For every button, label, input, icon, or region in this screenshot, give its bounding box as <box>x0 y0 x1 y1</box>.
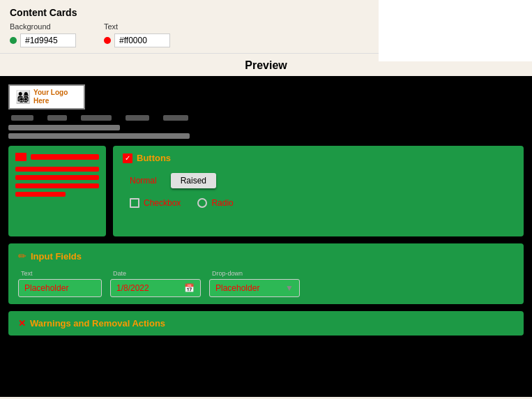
text-input[interactable] <box>114 33 170 47</box>
input-fields-card: ✏ Input Fields Text Placeholder Date 1/8… <box>8 243 524 304</box>
warnings-title: Warnings and Removal Actions <box>30 318 165 329</box>
radio-label: Radio <box>211 198 233 208</box>
checkbox-checked-icon: ✓ <box>123 153 132 163</box>
dropdown-input-group: Drop-down Placeholder ▼ <box>209 270 300 297</box>
nav-bar <box>8 115 524 121</box>
checkbox-item: Checkbox <box>130 198 181 208</box>
top-section: Content Cards Background Text <box>0 0 532 54</box>
card-left-icon <box>15 153 26 161</box>
text-placeholder: Placeholder <box>24 283 68 293</box>
logo-bar: 👨‍👩‍👧‍👦 Your Logo Here <box>8 84 524 110</box>
buttons-card: ✓ Buttons Normal Raised Checkbox Radio <box>113 146 524 236</box>
background-label: Background <box>10 22 76 31</box>
input-fields-row: Text Placeholder Date 1/8/2022 📅 Drop-do… <box>18 270 514 297</box>
nav-item-4[interactable] <box>126 115 149 121</box>
card-title-row <box>15 153 99 161</box>
text-input-group: Text Placeholder <box>18 270 102 297</box>
checkbox-box[interactable] <box>130 198 139 208</box>
checkbox-radio-row: Checkbox Radio <box>123 198 514 208</box>
text-value-row <box>104 33 170 47</box>
nav-item-5[interactable] <box>163 115 188 121</box>
logo-line2: Here <box>33 97 49 105</box>
card-title-bar <box>31 154 99 160</box>
date-field[interactable]: 1/8/2022 📅 <box>110 279 201 297</box>
nav-item-1[interactable] <box>11 115 33 121</box>
calendar-icon: 📅 <box>184 283 195 293</box>
nav-item-3[interactable] <box>81 115 112 121</box>
radio-circle[interactable] <box>197 198 207 208</box>
search-bar-1 <box>8 125 120 130</box>
dropdown-label: Drop-down <box>212 270 300 277</box>
logo-text: Your Logo Here <box>33 89 68 105</box>
radio-item: Radio <box>197 198 233 208</box>
content-card-left <box>8 146 106 236</box>
logo-placeholder: 👨‍👩‍👧‍👦 Your Logo Here <box>8 84 85 110</box>
background-color-item: Background <box>10 22 76 47</box>
dropdown-arrow-icon: ▼ <box>285 283 294 293</box>
card-line-1 <box>15 167 99 172</box>
background-value-row <box>10 33 76 47</box>
buttons-card-title: Buttons <box>137 153 171 163</box>
pencil-icon: ✏ <box>18 250 26 262</box>
dropdown-placeholder: Placeholder <box>215 283 259 293</box>
input-fields-header: ✏ Input Fields <box>18 250 514 262</box>
dropdown-field[interactable]: Placeholder ▼ <box>209 279 300 297</box>
buttons-card-header: ✓ Buttons <box>123 153 514 163</box>
checkbox-label: Checkbox <box>144 198 181 208</box>
date-field-label: Date <box>113 270 201 277</box>
cards-row: ✓ Buttons Normal Raised Checkbox Radio <box>8 146 524 236</box>
date-value: 1/8/2022 <box>116 283 149 293</box>
text-field[interactable]: Placeholder <box>18 279 102 297</box>
normal-button[interactable]: Normal <box>130 176 157 186</box>
text-color-item: Text <box>104 22 170 47</box>
buttons-row: Normal Raised <box>123 173 514 188</box>
logo-line1: Your Logo <box>33 89 68 96</box>
background-dot <box>10 37 17 44</box>
x-icon: ✕ <box>18 318 26 329</box>
date-input-group: Date 1/8/2022 📅 <box>110 270 201 297</box>
card-line-2 <box>15 175 99 180</box>
card-line-3 <box>15 183 99 188</box>
white-box <box>379 0 532 61</box>
background-input[interactable] <box>20 33 76 47</box>
text-dot <box>104 37 111 44</box>
text-field-label: Text <box>21 270 102 277</box>
warnings-header: ✕ Warnings and Removal Actions <box>18 318 514 329</box>
card-line-4 <box>15 192 66 197</box>
raised-button[interactable]: Raised <box>171 173 216 188</box>
input-fields-title: Input Fields <box>31 251 82 262</box>
nav-item-2[interactable] <box>47 115 67 121</box>
text-label: Text <box>104 22 170 31</box>
preview-area: 👨‍👩‍👧‍👦 Your Logo Here <box>0 76 532 397</box>
search-bar-2 <box>8 133 190 139</box>
warnings-card: ✕ Warnings and Removal Actions <box>8 311 524 336</box>
logo-image-icon: 👨‍👩‍👧‍👦 <box>15 89 31 105</box>
